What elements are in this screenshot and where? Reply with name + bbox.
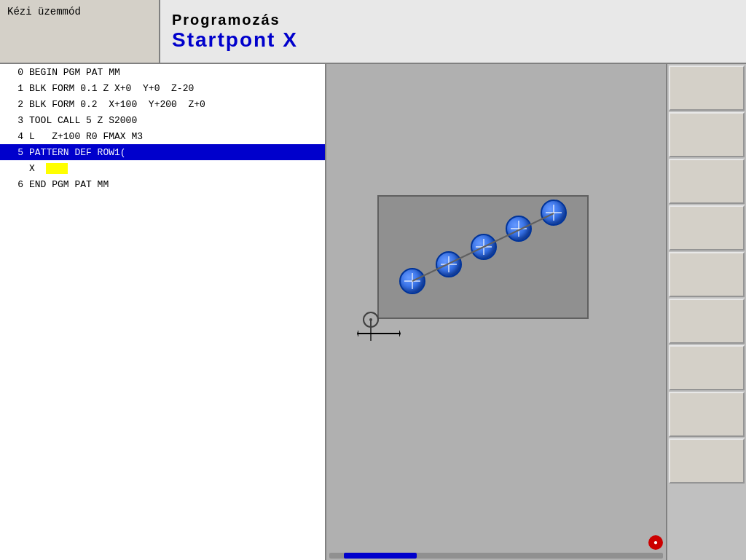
visualization-panel: ● bbox=[326, 64, 666, 560]
code-line-6: 6 END PGM PAT MM bbox=[0, 176, 325, 192]
hole-circle-2 bbox=[436, 251, 462, 277]
hole-circle-4 bbox=[506, 216, 532, 242]
sidebar-btn-5[interactable] bbox=[669, 252, 745, 297]
code-panel: 0 BEGIN PGM PAT MM 1 BLK FORM 0.1 Z X+0 … bbox=[0, 64, 326, 560]
dimension-vertical-line bbox=[370, 319, 372, 341]
hole-circle-3 bbox=[471, 234, 497, 260]
sidebar-btn-9[interactable] bbox=[669, 438, 745, 484]
sidebar-btn-8[interactable] bbox=[669, 392, 745, 437]
x-input-field[interactable] bbox=[46, 163, 68, 174]
scrollbar-track bbox=[329, 553, 663, 559]
hole-circle-5 bbox=[541, 200, 567, 226]
viz-scrollbar[interactable] bbox=[326, 551, 666, 560]
dimension-arrows bbox=[357, 323, 401, 344]
sidebar-btn-2[interactable] bbox=[669, 112, 745, 157]
code-line-2: 2 BLK FORM 0.2 X+100 Y+200 Z+0 bbox=[0, 96, 325, 112]
code-line-4: 4 L Z+100 R0 FMAX M3 bbox=[0, 128, 325, 144]
viz-status-icon: ● bbox=[648, 535, 663, 550]
code-line-1: 1 BLK FORM 0.1 Z X+0 Y+0 Z-20 bbox=[0, 80, 325, 96]
sidebar-btn-1[interactable] bbox=[669, 66, 745, 111]
scrollbar-thumb[interactable] bbox=[344, 553, 417, 559]
page-title-top: Programozás bbox=[172, 12, 734, 28]
sidebar-btn-3[interactable] bbox=[669, 159, 745, 204]
code-line-input: X bbox=[0, 160, 325, 176]
sidebar-btn-7[interactable] bbox=[669, 345, 745, 390]
mode-label: Kézi üzemmód bbox=[0, 0, 160, 63]
code-line-5-active: 5 PATTERN DEF ROW1( bbox=[0, 144, 325, 160]
hole-circle-1 bbox=[399, 268, 425, 294]
code-line-0: 0 BEGIN PGM PAT MM bbox=[0, 64, 325, 80]
page-title-bottom: Startpont X bbox=[172, 28, 734, 52]
svg-marker-2 bbox=[357, 330, 358, 337]
code-line-3: 3 TOOL CALL 5 Z S2000 bbox=[0, 112, 325, 128]
pattern-visualization bbox=[326, 64, 666, 551]
svg-marker-3 bbox=[399, 330, 401, 337]
sidebar-btn-4[interactable] bbox=[669, 205, 745, 251]
sidebar bbox=[666, 64, 746, 560]
sidebar-btn-6[interactable] bbox=[669, 299, 745, 344]
